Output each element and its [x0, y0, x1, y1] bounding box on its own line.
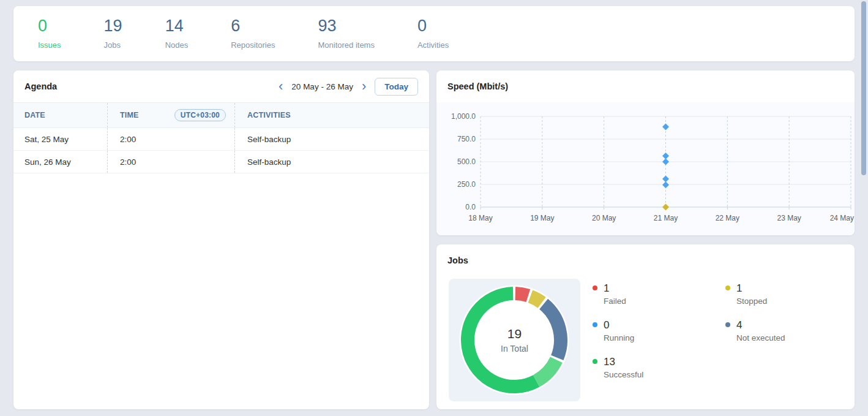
cell-activity: Self-backup: [235, 157, 429, 167]
stat-repositories-value: 6: [231, 17, 275, 36]
legend-item-stopped: 1 Stopped: [725, 282, 785, 319]
stats-bar: 0 Issues 19 Jobs 14 Nodes 6 Repositories…: [13, 6, 855, 61]
today-button[interactable]: Today: [375, 78, 418, 96]
stat-activities[interactable]: 0 Activities: [417, 17, 449, 50]
agenda-row-sat-25-may[interactable]: Sat, 25 May 2:00 Self-backup: [13, 128, 429, 151]
speed-scatter-plot: 1,000.0750.0500.0250.00.018 May19 May20 …: [436, 102, 855, 235]
cell-date: Sun, 26 May: [13, 151, 108, 173]
stat-issues-value: 0: [38, 17, 61, 36]
svg-text:1,000.0: 1,000.0: [451, 112, 476, 121]
agenda-title: Agenda: [24, 81, 57, 91]
legend-label: Failed: [604, 297, 643, 306]
donut-ring: [449, 279, 580, 401]
stat-monitored-items[interactable]: 93 Monitored items: [318, 17, 374, 50]
running-dot-icon: [593, 322, 597, 327]
vertical-scrollbar-thumb[interactable]: [861, 1, 866, 175]
not-executed-dot-icon: [725, 322, 730, 327]
failed-dot-icon: [593, 286, 597, 290]
column-header-activities: ACTIVITIES: [235, 111, 429, 119]
agenda-week-nav: ‹ 20 May - 26 May › Today: [277, 78, 418, 96]
column-header-time-label: TIME: [120, 111, 139, 119]
cell-time: 2:00: [108, 128, 235, 150]
agenda-panel: Agenda ‹ 20 May - 26 May › Today DATE TI…: [13, 70, 429, 409]
svg-text:500.0: 500.0: [457, 157, 476, 166]
legend-item-successful: 13 Successful: [593, 356, 643, 393]
column-header-time: TIME UTC+03:00: [108, 103, 235, 127]
stat-jobs-label: Jobs: [104, 40, 122, 50]
jobs-panel: Jobs 19 In Total 1 Failed 0 Running 13 S…: [436, 244, 855, 409]
chevron-right-icon[interactable]: ›: [361, 79, 367, 94]
speed-panel: Speed (Mbit/s) 1,000.0750.0500.0250.00.0…: [436, 70, 855, 235]
svg-text:750.0: 750.0: [457, 135, 476, 143]
svg-text:24 May: 24 May: [830, 214, 854, 222]
legend-item-running: 0 Running: [593, 319, 643, 356]
svg-text:18 May: 18 May: [468, 214, 492, 222]
svg-text:23 May: 23 May: [777, 214, 801, 222]
stat-repositories-label: Repositories: [231, 40, 275, 50]
svg-text:20 May: 20 May: [592, 214, 616, 222]
legend-item-not-executed: 4 Not executed: [725, 319, 785, 356]
stopped-dot-icon: [725, 286, 730, 290]
legend-label: Successful: [604, 370, 643, 379]
stat-nodes[interactable]: 14 Nodes: [165, 17, 189, 50]
svg-text:0.0: 0.0: [465, 203, 476, 211]
cell-activity: Self-backup: [235, 135, 429, 144]
chevron-left-icon[interactable]: ‹: [277, 79, 284, 94]
legend-item-failed: 1 Failed: [593, 282, 643, 319]
cell-time: 2:00: [108, 151, 235, 173]
stat-activities-value: 0: [417, 17, 449, 36]
jobs-body: 19 In Total 1 Failed 0 Running 13 Succes…: [436, 276, 855, 409]
agenda-date-range: 20 May - 26 May: [291, 82, 353, 91]
speed-title: Speed (Mbit/s): [447, 81, 508, 91]
stat-monitored-items-value: 93: [318, 17, 374, 36]
jobs-title: Jobs: [447, 255, 468, 265]
legend-label: Running: [604, 333, 643, 342]
stat-monitored-items-label: Monitored items: [318, 40, 374, 50]
legend-label: Stopped: [736, 297, 785, 306]
jobs-legend-column-2: 1 Stopped 4 Not executed: [725, 282, 785, 356]
svg-text:250.0: 250.0: [457, 180, 476, 189]
jobs-donut-chart: 19 In Total: [449, 279, 580, 401]
speed-chart: 1,000.0750.0500.0250.00.018 May19 May20 …: [436, 102, 855, 235]
svg-text:22 May: 22 May: [716, 214, 739, 222]
agenda-table-header: DATE TIME UTC+03:00 ACTIVITIES: [13, 102, 429, 128]
column-header-date: DATE: [13, 103, 108, 127]
cell-date: Sat, 25 May: [13, 128, 108, 150]
stat-issues[interactable]: 0 Issues: [38, 17, 61, 50]
stat-repositories[interactable]: 6 Repositories: [231, 17, 275, 50]
stat-jobs[interactable]: 19 Jobs: [104, 17, 122, 50]
svg-text:19 May: 19 May: [530, 214, 554, 222]
svg-text:21 May: 21 May: [654, 214, 678, 222]
stat-activities-label: Activities: [417, 40, 449, 50]
successful-dot-icon: [593, 359, 597, 364]
agenda-row-sun-26-may[interactable]: Sun, 26 May 2:00 Self-backup: [13, 151, 429, 173]
stat-jobs-value: 19: [104, 17, 122, 36]
stat-nodes-value: 14: [165, 17, 189, 36]
stat-nodes-label: Nodes: [165, 40, 189, 50]
legend-label: Not executed: [736, 333, 785, 342]
jobs-legend-column-1: 1 Failed 0 Running 13 Successful: [593, 282, 643, 393]
stat-issues-label: Issues: [38, 40, 61, 50]
timezone-badge: UTC+03:00: [174, 109, 226, 121]
